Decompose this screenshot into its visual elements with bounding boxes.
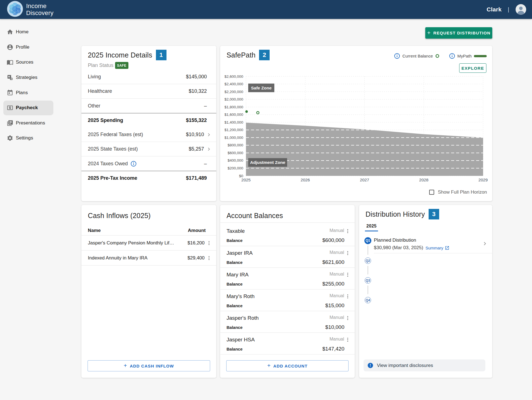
paycheck-icon bbox=[7, 104, 13, 111]
sidebar-item-settings[interactable]: Settings bbox=[0, 131, 56, 146]
row-menu-button[interactable] bbox=[344, 271, 351, 278]
brand: Income Discovery bbox=[0, 1, 53, 18]
income-row: Living$145,000 bbox=[81, 70, 216, 84]
sidebar: HomeProfileSourcesStrategiesPlansPaychec… bbox=[0, 19, 56, 146]
account-mode: Manual bbox=[330, 228, 344, 233]
add-account-button[interactable]: + ADD ACCOUNT bbox=[226, 360, 349, 371]
income-row-value: $5,257 bbox=[189, 146, 204, 152]
summary-link[interactable]: Summary bbox=[426, 246, 449, 250]
disclosures-banner[interactable]: View important disclosures bbox=[364, 359, 485, 371]
svg-text:$1,200,000: $1,200,000 bbox=[224, 128, 243, 132]
home-icon bbox=[7, 29, 13, 35]
step-badge-2: 2 bbox=[259, 50, 270, 60]
plus-icon: + bbox=[427, 29, 431, 36]
plus-icon: + bbox=[267, 362, 271, 369]
presentations-icon bbox=[7, 120, 13, 126]
income-row[interactable]: 2025 Federal Taxes (est)$10,910 bbox=[81, 128, 216, 142]
request-distribution-button[interactable]: + REQUEST DISTRIBUTION bbox=[425, 27, 492, 39]
svg-text:$1,000,000: $1,000,000 bbox=[224, 136, 243, 140]
row-menu-button[interactable] bbox=[344, 228, 351, 234]
balance-value: $600,000 bbox=[322, 237, 349, 243]
info-icon[interactable] bbox=[449, 53, 455, 59]
svg-text:2029: 2029 bbox=[478, 178, 488, 182]
balance-value: $15,000 bbox=[325, 302, 349, 309]
explore-button[interactable]: EXPLORE bbox=[459, 63, 486, 73]
sidebar-item-strategies[interactable]: Strategies bbox=[0, 70, 56, 85]
current-balance-marker bbox=[435, 54, 439, 58]
row-menu-button[interactable] bbox=[206, 240, 212, 246]
chevron-right-icon bbox=[206, 132, 212, 138]
sidebar-item-label: Presentations bbox=[16, 120, 45, 126]
legend-mypath-label: MyPath bbox=[458, 54, 472, 58]
timeline-connector bbox=[368, 266, 368, 274]
distribution-entry[interactable]: Planned Distribution$30,980 (Mar 03, 202… bbox=[374, 238, 492, 251]
sidebar-item-label: Settings bbox=[16, 135, 33, 141]
income-details-card: 2025 Income Details1 Plan Status SAFE Li… bbox=[81, 46, 216, 201]
plan-status-label: Plan Status bbox=[88, 62, 113, 68]
timeline-connector bbox=[368, 286, 368, 294]
sidebar-item-label: Plans bbox=[16, 90, 28, 96]
sidebar-item-sources[interactable]: Sources bbox=[0, 55, 56, 70]
sidebar-item-profile[interactable]: Profile bbox=[0, 40, 56, 55]
cash-inflow-amount: $16,200 bbox=[188, 240, 206, 246]
legend-current-balance-label: Current Balance bbox=[402, 54, 433, 58]
row-menu-button[interactable] bbox=[344, 315, 351, 321]
info-icon[interactable] bbox=[394, 53, 400, 59]
sidebar-item-label: Sources bbox=[16, 59, 33, 65]
svg-text:$1,800,000: $1,800,000 bbox=[224, 105, 243, 109]
income-row: 2025 Pre-Tax Income$171,489 bbox=[81, 171, 216, 185]
distribution-timeline: Q1Planned Distribution$30,980 (Mar 03, 2… bbox=[359, 237, 492, 358]
chevron-right-icon[interactable] bbox=[482, 240, 488, 247]
column-header-name: Name bbox=[88, 228, 101, 233]
brand-logo-icon bbox=[7, 1, 23, 18]
account-row: Mary IRAManualBalance$255,000 bbox=[220, 268, 355, 289]
quarter-marker-q3: Q3 bbox=[365, 277, 371, 284]
app-header: Income Discovery Clark | bbox=[0, 0, 532, 19]
income-row-label: 2025 State Taxes (est) bbox=[88, 146, 138, 152]
account-mode: Manual bbox=[330, 337, 344, 342]
income-row-value: $171,489 bbox=[186, 175, 207, 181]
show-full-plan-horizon-checkbox[interactable] bbox=[429, 190, 434, 195]
income-row-label: 2025 Pre-Tax Income bbox=[88, 175, 137, 181]
row-menu-button[interactable] bbox=[206, 255, 212, 261]
income-row-label: Other bbox=[88, 103, 100, 109]
safepath-card: SafePath2 Current BalanceMyPath EXPLORE … bbox=[220, 46, 492, 201]
svg-text:$1,400,000: $1,400,000 bbox=[224, 120, 243, 124]
row-menu-button[interactable] bbox=[344, 250, 351, 256]
sidebar-item-home[interactable]: Home bbox=[0, 24, 56, 40]
sidebar-item-label: Profile bbox=[16, 44, 29, 50]
account-mode: Manual bbox=[330, 250, 344, 255]
sidebar-item-presentations[interactable]: Presentations bbox=[0, 116, 56, 131]
quarter-marker-q1: Q1 bbox=[364, 237, 371, 244]
info-icon[interactable] bbox=[130, 161, 137, 167]
income-details-title: 2025 Income Details bbox=[88, 51, 152, 59]
tab-2025[interactable]: 2025 bbox=[365, 224, 378, 231]
income-row-value: $155,322 bbox=[186, 118, 207, 123]
avatar[interactable] bbox=[516, 4, 526, 15]
svg-text:$2,000,000: $2,000,000 bbox=[224, 97, 243, 101]
account-balances-card: Account Balances TaxableManualBalance$60… bbox=[220, 205, 355, 378]
income-row-label: 2025 Federal Taxes (est) bbox=[88, 132, 143, 138]
income-row-label: Living bbox=[88, 74, 101, 80]
chart-legend: Current BalanceMyPath bbox=[394, 53, 487, 59]
sidebar-item-label: Home bbox=[16, 29, 29, 35]
step-badge-3: 3 bbox=[429, 209, 439, 219]
sidebar-item-paycheck[interactable]: Paycheck bbox=[0, 100, 56, 116]
row-menu-button[interactable] bbox=[344, 336, 351, 343]
sidebar-item-plans[interactable]: Plans bbox=[0, 85, 56, 100]
profile-icon bbox=[7, 44, 13, 51]
alert-icon bbox=[367, 362, 373, 368]
row-menu-button[interactable] bbox=[344, 293, 351, 300]
user-name[interactable]: Clark bbox=[487, 6, 502, 13]
column-header-amount: Amount bbox=[188, 228, 210, 233]
svg-text:2027: 2027 bbox=[360, 178, 369, 182]
svg-text:$2,200,000: $2,200,000 bbox=[224, 90, 243, 94]
income-row-value: $10,322 bbox=[189, 88, 207, 94]
safepath-chart: Safe ZoneAdjustment Zone$0$200,000$400,0… bbox=[220, 74, 492, 188]
svg-text:$800,000: $800,000 bbox=[228, 143, 243, 147]
brand-name: Income Discovery bbox=[26, 2, 53, 16]
balance-label: Balance bbox=[227, 325, 243, 330]
income-row-label: 2024 Taxes Owed bbox=[88, 161, 128, 167]
add-cash-inflow-button[interactable]: + ADD CASH INFLOW bbox=[88, 360, 210, 371]
income-row[interactable]: 2025 State Taxes (est)$5,257 bbox=[81, 142, 216, 156]
